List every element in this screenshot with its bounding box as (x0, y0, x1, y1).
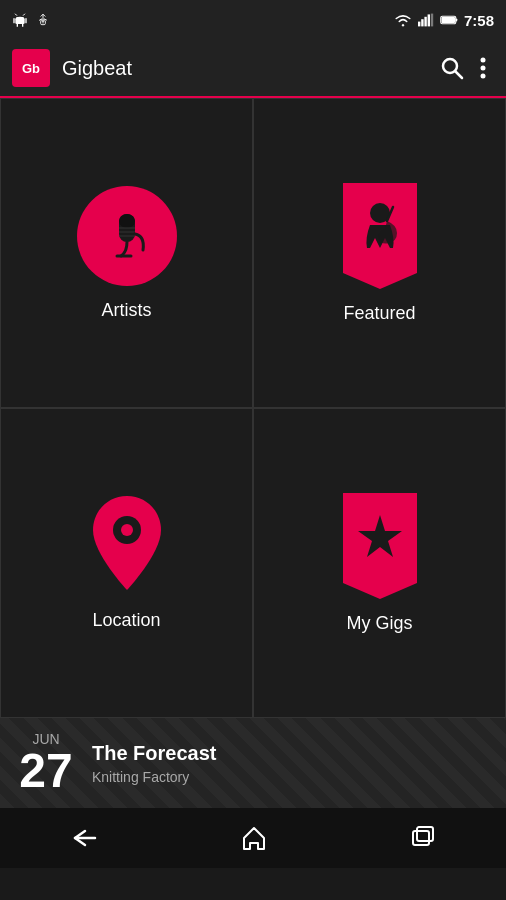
svg-rect-12 (431, 14, 433, 27)
search-icon[interactable] (432, 48, 472, 88)
location-cell[interactable]: Location (0, 408, 253, 718)
svg-point-30 (121, 524, 133, 536)
featured-label: Featured (343, 303, 415, 324)
mygigs-label: My Gigs (346, 613, 412, 634)
home-button[interactable] (221, 817, 287, 859)
svg-rect-9 (421, 19, 423, 26)
svg-rect-22 (119, 214, 135, 228)
more-options-icon[interactable] (472, 48, 494, 88)
app-logo: Gb (12, 49, 50, 87)
event-info: The Forecast Knitting Factory (92, 742, 216, 785)
android-icon (12, 12, 28, 28)
location-icon (87, 496, 167, 596)
status-right-icons: 7:58 (394, 12, 494, 29)
svg-point-19 (481, 66, 486, 71)
app-title: Gigbeat (62, 57, 432, 80)
status-bar: 7:58 (0, 0, 506, 40)
event-venue: Knitting Factory (92, 769, 216, 785)
svg-point-20 (481, 74, 486, 79)
logo-text: Gb (22, 61, 40, 76)
back-button[interactable] (51, 819, 119, 857)
featured-cell[interactable]: Featured (253, 98, 506, 408)
app-bar: Gb Gigbeat (0, 40, 506, 98)
event-title: The Forecast (92, 742, 216, 765)
artists-icon (77, 186, 177, 286)
event-date-badge: Jun 27 (16, 731, 76, 795)
svg-rect-11 (428, 14, 430, 26)
wifi-icon (394, 13, 412, 27)
svg-line-7 (23, 14, 24, 15)
signal-icon (418, 13, 434, 27)
location-label: Location (92, 610, 160, 631)
mygigs-cell[interactable]: My Gigs (253, 408, 506, 718)
main-grid: Artists Featured (0, 98, 506, 718)
svg-rect-15 (441, 17, 455, 23)
status-left-icons (12, 12, 50, 28)
svg-line-6 (15, 14, 16, 15)
artists-label: Artists (101, 300, 151, 321)
svg-rect-8 (418, 22, 420, 27)
event-day: 27 (19, 747, 72, 795)
battery-icon (440, 13, 458, 27)
usb-icon (36, 12, 50, 28)
nav-bar (0, 808, 506, 868)
featured-icon (335, 183, 425, 289)
svg-rect-34 (417, 827, 433, 841)
status-time: 7:58 (464, 12, 494, 29)
mygigs-icon (335, 493, 425, 599)
svg-rect-33 (413, 831, 429, 845)
artists-cell[interactable]: Artists (0, 98, 253, 408)
svg-rect-14 (456, 19, 458, 22)
svg-point-18 (481, 58, 486, 63)
bottom-event-card[interactable]: Jun 27 The Forecast Knitting Factory (0, 718, 506, 808)
svg-line-17 (455, 71, 462, 78)
recents-button[interactable] (389, 817, 455, 859)
svg-rect-10 (424, 17, 426, 27)
